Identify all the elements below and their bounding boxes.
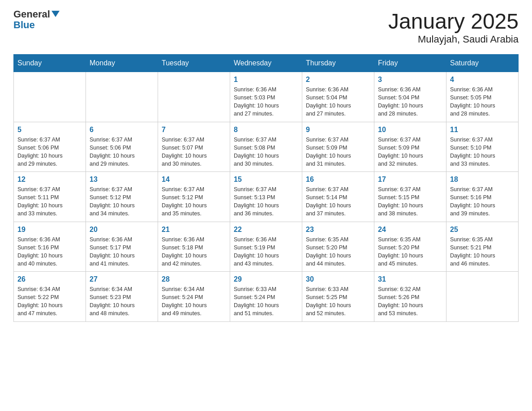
day-number: 2 bbox=[306, 76, 370, 84]
week-row-2: 5Sunrise: 6:37 AMSunset: 5:06 PMDaylight… bbox=[14, 122, 519, 172]
day-number: 23 bbox=[306, 226, 370, 234]
day-cell: 13Sunrise: 6:37 AMSunset: 5:12 PMDayligh… bbox=[86, 172, 158, 222]
header-cell-friday: Friday bbox=[374, 55, 446, 72]
day-number: 21 bbox=[162, 226, 226, 234]
day-number: 31 bbox=[378, 275, 442, 283]
day-info: Sunrise: 6:37 AMSunset: 5:14 PMDaylight:… bbox=[306, 185, 370, 218]
day-number: 8 bbox=[234, 126, 298, 134]
day-number: 4 bbox=[450, 76, 515, 84]
day-cell: 3Sunrise: 6:36 AMSunset: 5:04 PMDaylight… bbox=[374, 72, 446, 122]
day-info: Sunrise: 6:35 AMSunset: 5:20 PMDaylight:… bbox=[378, 235, 442, 268]
week-row-1: 1Sunrise: 6:36 AMSunset: 5:03 PMDaylight… bbox=[14, 72, 519, 122]
day-number: 1 bbox=[234, 76, 298, 84]
day-info: Sunrise: 6:36 AMSunset: 5:17 PMDaylight:… bbox=[90, 235, 154, 268]
header-cell-monday: Monday bbox=[86, 55, 158, 72]
calendar-title: January 2025 bbox=[388, 9, 519, 34]
day-info: Sunrise: 6:36 AMSunset: 5:04 PMDaylight:… bbox=[306, 86, 370, 118]
day-cell: 18Sunrise: 6:37 AMSunset: 5:16 PMDayligh… bbox=[446, 172, 519, 222]
day-info: Sunrise: 6:37 AMSunset: 5:12 PMDaylight:… bbox=[162, 185, 226, 218]
day-cell: 23Sunrise: 6:35 AMSunset: 5:20 PMDayligh… bbox=[302, 222, 374, 272]
day-number: 29 bbox=[234, 275, 298, 283]
day-cell bbox=[446, 272, 519, 322]
day-cell: 17Sunrise: 6:37 AMSunset: 5:15 PMDayligh… bbox=[374, 172, 446, 222]
day-cell: 12Sunrise: 6:37 AMSunset: 5:11 PMDayligh… bbox=[14, 172, 86, 222]
day-cell: 1Sunrise: 6:36 AMSunset: 5:03 PMDaylight… bbox=[230, 72, 302, 122]
day-info: Sunrise: 6:37 AMSunset: 5:08 PMDaylight:… bbox=[234, 136, 298, 168]
day-number: 22 bbox=[234, 226, 298, 234]
logo-blue-text: Blue bbox=[13, 20, 60, 30]
day-cell: 14Sunrise: 6:37 AMSunset: 5:12 PMDayligh… bbox=[158, 172, 230, 222]
day-cell: 5Sunrise: 6:37 AMSunset: 5:06 PMDaylight… bbox=[14, 122, 86, 172]
day-info: Sunrise: 6:37 AMSunset: 5:13 PMDaylight:… bbox=[234, 185, 298, 218]
day-number: 27 bbox=[90, 275, 154, 283]
day-info: Sunrise: 6:33 AMSunset: 5:25 PMDaylight:… bbox=[306, 285, 370, 318]
day-number: 18 bbox=[450, 176, 515, 184]
day-cell: 8Sunrise: 6:37 AMSunset: 5:08 PMDaylight… bbox=[230, 122, 302, 172]
day-number: 17 bbox=[378, 176, 442, 184]
day-info: Sunrise: 6:37 AMSunset: 5:09 PMDaylight:… bbox=[378, 136, 442, 168]
day-info: Sunrise: 6:37 AMSunset: 5:15 PMDaylight:… bbox=[378, 185, 442, 218]
day-cell: 31Sunrise: 6:32 AMSunset: 5:26 PMDayligh… bbox=[374, 272, 446, 322]
day-cell: 11Sunrise: 6:37 AMSunset: 5:10 PMDayligh… bbox=[446, 122, 519, 172]
header-cell-saturday: Saturday bbox=[446, 55, 519, 72]
day-number: 24 bbox=[378, 226, 442, 234]
day-cell: 6Sunrise: 6:37 AMSunset: 5:06 PMDaylight… bbox=[86, 122, 158, 172]
day-number: 26 bbox=[17, 275, 82, 283]
day-cell: 9Sunrise: 6:37 AMSunset: 5:09 PMDaylight… bbox=[302, 122, 374, 172]
day-cell: 29Sunrise: 6:33 AMSunset: 5:24 PMDayligh… bbox=[230, 272, 302, 322]
day-cell: 2Sunrise: 6:36 AMSunset: 5:04 PMDaylight… bbox=[302, 72, 374, 122]
day-cell: 19Sunrise: 6:36 AMSunset: 5:16 PMDayligh… bbox=[14, 222, 86, 272]
week-row-3: 12Sunrise: 6:37 AMSunset: 5:11 PMDayligh… bbox=[14, 172, 519, 222]
day-number: 25 bbox=[450, 226, 515, 234]
day-cell: 28Sunrise: 6:34 AMSunset: 5:24 PMDayligh… bbox=[158, 272, 230, 322]
logo: General Blue bbox=[13, 9, 60, 30]
day-number: 12 bbox=[17, 176, 82, 184]
day-info: Sunrise: 6:34 AMSunset: 5:24 PMDaylight:… bbox=[162, 285, 226, 318]
day-info: Sunrise: 6:36 AMSunset: 5:18 PMDaylight:… bbox=[162, 235, 226, 268]
day-number: 20 bbox=[90, 226, 154, 234]
day-info: Sunrise: 6:36 AMSunset: 5:05 PMDaylight:… bbox=[450, 86, 515, 118]
day-cell: 20Sunrise: 6:36 AMSunset: 5:17 PMDayligh… bbox=[86, 222, 158, 272]
day-info: Sunrise: 6:36 AMSunset: 5:16 PMDaylight:… bbox=[17, 235, 82, 268]
day-number: 6 bbox=[90, 126, 154, 134]
day-info: Sunrise: 6:36 AMSunset: 5:04 PMDaylight:… bbox=[378, 86, 442, 118]
day-info: Sunrise: 6:37 AMSunset: 5:06 PMDaylight:… bbox=[90, 136, 154, 168]
day-info: Sunrise: 6:37 AMSunset: 5:16 PMDaylight:… bbox=[450, 185, 515, 218]
day-cell bbox=[158, 72, 230, 122]
day-info: Sunrise: 6:32 AMSunset: 5:26 PMDaylight:… bbox=[378, 285, 442, 318]
day-number: 9 bbox=[306, 126, 370, 134]
day-number: 14 bbox=[162, 176, 226, 184]
day-cell: 30Sunrise: 6:33 AMSunset: 5:25 PMDayligh… bbox=[302, 272, 374, 322]
day-info: Sunrise: 6:37 AMSunset: 5:11 PMDaylight:… bbox=[17, 185, 82, 218]
calendar-body: 1Sunrise: 6:36 AMSunset: 5:03 PMDaylight… bbox=[14, 72, 519, 322]
calendar-subtitle: Mulayjah, Saudi Arabia bbox=[388, 34, 519, 45]
day-info: Sunrise: 6:34 AMSunset: 5:22 PMDaylight:… bbox=[17, 285, 82, 318]
day-cell: 26Sunrise: 6:34 AMSunset: 5:22 PMDayligh… bbox=[14, 272, 86, 322]
day-cell: 15Sunrise: 6:37 AMSunset: 5:13 PMDayligh… bbox=[230, 172, 302, 222]
day-info: Sunrise: 6:34 AMSunset: 5:23 PMDaylight:… bbox=[90, 285, 154, 318]
header-cell-tuesday: Tuesday bbox=[158, 55, 230, 72]
day-number: 19 bbox=[17, 226, 82, 234]
day-cell: 25Sunrise: 6:35 AMSunset: 5:21 PMDayligh… bbox=[446, 222, 519, 272]
title-block: January 2025 Mulayjah, Saudi Arabia bbox=[388, 9, 519, 45]
day-number: 15 bbox=[234, 176, 298, 184]
calendar-header: SundayMondayTuesdayWednesdayThursdayFrid… bbox=[14, 55, 519, 72]
day-info: Sunrise: 6:35 AMSunset: 5:20 PMDaylight:… bbox=[306, 235, 370, 268]
day-info: Sunrise: 6:36 AMSunset: 5:03 PMDaylight:… bbox=[234, 86, 298, 118]
day-number: 10 bbox=[378, 126, 442, 134]
day-cell: 4Sunrise: 6:36 AMSunset: 5:05 PMDaylight… bbox=[446, 72, 519, 122]
day-cell: 7Sunrise: 6:37 AMSunset: 5:07 PMDaylight… bbox=[158, 122, 230, 172]
day-cell bbox=[86, 72, 158, 122]
day-info: Sunrise: 6:37 AMSunset: 5:10 PMDaylight:… bbox=[450, 136, 515, 168]
day-cell: 16Sunrise: 6:37 AMSunset: 5:14 PMDayligh… bbox=[302, 172, 374, 222]
day-number: 11 bbox=[450, 126, 515, 134]
day-cell: 24Sunrise: 6:35 AMSunset: 5:20 PMDayligh… bbox=[374, 222, 446, 272]
day-number: 7 bbox=[162, 126, 226, 134]
page-header: General Blue January 2025 Mulayjah, Saud… bbox=[13, 9, 519, 45]
day-info: Sunrise: 6:35 AMSunset: 5:21 PMDaylight:… bbox=[450, 235, 515, 268]
day-number: 28 bbox=[162, 275, 226, 283]
logo-general-text: General bbox=[13, 9, 50, 20]
week-row-5: 26Sunrise: 6:34 AMSunset: 5:22 PMDayligh… bbox=[14, 272, 519, 322]
day-info: Sunrise: 6:37 AMSunset: 5:12 PMDaylight:… bbox=[90, 185, 154, 218]
logo-triangle-icon bbox=[51, 11, 60, 17]
